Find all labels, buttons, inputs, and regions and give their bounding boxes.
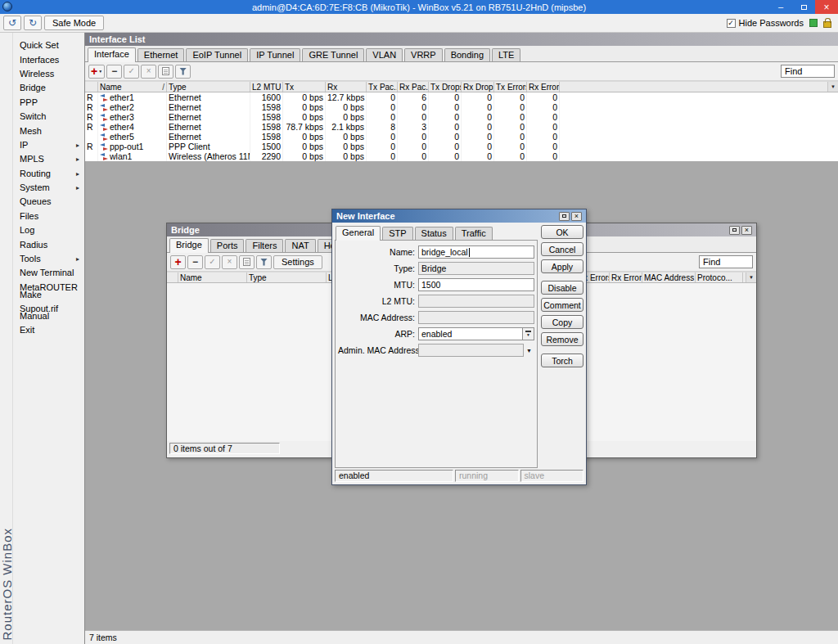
sidebar-item-new-terminal[interactable]: New Terminal [13,266,84,280]
add-button[interactable]: + ▼ [88,65,105,79]
cancel-button[interactable]: Cancel [541,242,583,256]
sidebar-item-bridge[interactable]: Bridge [13,81,84,95]
remove-button[interactable]: − [187,255,203,269]
mtu-field[interactable]: 1500 [418,278,534,291]
iface-column-rx[interactable]: Rx [326,82,367,92]
close-button[interactable]: × [571,212,582,221]
comment-button[interactable] [158,65,173,79]
interface-row-ether5[interactable]: ether5Ethernet15980 bps0 bps000000 [85,132,838,142]
hide-passwords-checkbox[interactable]: ✓ Hide Passwords [727,18,804,28]
iface-column-rx-errors[interactable]: Rx Errors [527,82,560,92]
minimize-button[interactable]: – [769,0,792,14]
dialog-tab-stp[interactable]: STP [382,227,412,240]
bridge-tab-nat[interactable]: NAT [285,239,315,252]
tab-ip-tunnel[interactable]: IP Tunnel [250,48,300,61]
dialog-tab-traffic[interactable]: Traffic [455,227,493,240]
bridge-column-name[interactable]: Name [178,272,247,282]
sidebar-item-switch[interactable]: Switch [13,110,84,124]
iface-column-tx[interactable]: Tx [283,82,326,92]
maximize-button[interactable] [792,0,815,14]
sidebar-item-routing[interactable]: Routing▸ [13,167,84,181]
arp-field[interactable]: enabled▼ [418,327,534,340]
sidebar-item-tools[interactable]: Tools▸ [13,252,84,266]
combo-dropdown-button[interactable]: ▼ [522,328,534,340]
bridge-column-protoco[interactable]: Protoco... [696,272,743,282]
safe-mode-button[interactable]: Safe Mode [44,16,104,30]
maximize-button[interactable] [559,212,570,221]
iface-column-rx-drops[interactable]: Rx Drops [462,82,494,92]
interface-row-wlan1[interactable]: wlan1Wireless (Atheros 11N)22900 bps0 bp… [85,151,838,161]
titlebar[interactable]: admin@D4:CA:6D:7E:F8:CB (MikroTik) - Win… [0,0,838,14]
iface-column-rx-pac[interactable]: Rx Pac... [398,82,429,92]
comment-button[interactable]: Comment [541,298,583,312]
interface-row-ether4[interactable]: Rether4Ethernet159878.7 kbps2.1 kbps8300… [85,122,838,132]
bridge-column-mac-address[interactable]: MAC Address [642,272,696,282]
remove-button[interactable]: − [106,65,122,79]
interface-row-ether2[interactable]: Rether2Ethernet15980 bps0 bps000000 [85,102,838,112]
tab-eoip-tunnel[interactable]: EoIP Tunnel [186,48,248,61]
tab-vlan[interactable]: VLAN [366,48,403,61]
filter-button[interactable] [175,65,191,79]
iface-column-l2-mtu[interactable]: L2 MTU [250,82,283,92]
apply-button[interactable]: Apply [541,259,583,273]
filter-button[interactable] [256,255,272,269]
bridge-tab-bridge[interactable]: Bridge [169,238,209,253]
bridge-column-flag[interactable] [167,272,178,282]
enable-button[interactable]: ✓ [124,65,139,79]
sidebar-item-wireless[interactable]: Wireless [13,67,84,81]
sidebar-item-make-supout-rif[interactable]: Make Supout.rif [13,295,84,308]
interface-list-titlebar[interactable]: Interface List [85,33,838,46]
add-button[interactable]: + [170,255,186,269]
sidebar-item-radius[interactable]: Radius [13,237,84,251]
interface-row-ether1[interactable]: Rether1Ethernet16000 bps12.7 kbps060000 [85,92,838,102]
tab-gre-tunnel[interactable]: GRE Tunnel [302,48,364,61]
find-button[interactable]: Find [699,255,753,268]
bridge-column-rx-errors[interactable]: Rx Errors [610,272,642,282]
bridge-column-type[interactable]: Type [247,272,327,282]
tab-interface[interactable]: Interface [88,47,136,62]
ok-button[interactable]: OK [541,225,583,239]
interface-row-ppp-out1[interactable]: Rppp-out1PPP Client15000 bps0 bps000000 [85,142,838,151]
sidebar-item-system[interactable]: System▸ [13,181,84,195]
expand-dropdown-button[interactable]: ▼ [524,348,534,354]
bridge-tab-ports[interactable]: Ports [210,239,245,252]
iface-column-tx-errors[interactable]: Tx Errors [494,82,527,92]
dialog-tab-general[interactable]: General [336,226,381,241]
column-chooser-button[interactable]: ▼ [827,82,838,92]
sidebar-item-ip[interactable]: IP▸ [13,138,84,152]
tab-lte[interactable]: LTE [492,48,520,61]
tab-bonding[interactable]: Bonding [444,48,490,61]
sidebar-item-exit[interactable]: Exit [13,323,84,337]
sidebar-item-queues[interactable]: Queues [13,195,84,209]
sidebar-item-interfaces[interactable]: Interfaces [13,52,84,66]
interface-row-ether3[interactable]: Rether3Ethernet15980 bps0 bps000000 [85,112,838,122]
sidebar-item-quick-set[interactable]: Quick Set [13,38,84,52]
find-button[interactable]: Find [781,65,835,78]
iface-column-tx-drops[interactable]: Tx Drops [429,82,462,92]
tab-ethernet[interactable]: Ethernet [137,48,185,61]
sidebar-item-mesh[interactable]: Mesh [13,124,84,137]
disable-button[interactable]: Disable [541,281,583,295]
copy-button[interactable]: Copy [541,315,583,329]
sidebar-item-mpls[interactable]: MPLS▸ [13,152,84,166]
enable-button[interactable]: ✓ [205,255,220,269]
redo-button[interactable]: ↻ [24,16,42,30]
bridge-tab-filters[interactable]: Filters [246,239,283,252]
disable-button[interactable]: × [141,65,156,79]
undo-button[interactable]: ↺ [3,16,21,30]
iface-column-type[interactable]: Type [167,82,250,92]
sidebar-item-log[interactable]: Log [13,223,84,237]
type-field[interactable]: Bridge [418,262,534,275]
iface-column-name[interactable]: Name/ [98,82,167,92]
settings-button[interactable]: Settings [273,255,322,269]
iface-column-tx-pac[interactable]: Tx Pac... [367,82,398,92]
sidebar-item-files[interactable]: Files [13,209,84,223]
new-interface-titlebar[interactable]: New Interface × [332,209,586,223]
close-button[interactable]: × [741,226,752,235]
maximize-button[interactable] [729,226,740,235]
column-chooser-button[interactable]: ▼ [746,272,756,282]
comment-button[interactable] [239,255,255,269]
name-field[interactable]: bridge_local [418,245,534,259]
remove-button[interactable]: Remove [541,332,583,346]
sidebar-item-ppp[interactable]: PPP [13,96,84,110]
